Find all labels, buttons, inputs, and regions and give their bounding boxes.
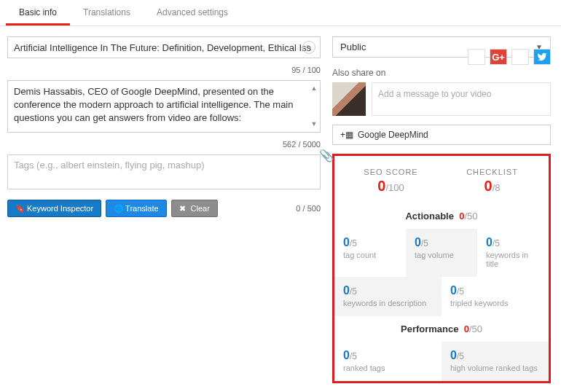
plus-icon: +▦ [340,130,353,140]
cell-hv-ranked-tags: 0/5high volume ranked tags [442,342,549,381]
tabs-bar: Basic info Translations Advanced setting… [0,0,561,26]
tab-advanced-settings[interactable]: Advanced settings [144,0,241,26]
translate-button[interactable]: 🌐 Translate [106,200,166,217]
wand-icon[interactable]: ✎ [302,41,315,54]
checklist-denom: /8 [493,182,501,193]
tag-icon: 🔖 [15,204,24,213]
tab-basic-info[interactable]: Basic info [6,0,70,26]
scroll-up-icon[interactable]: ▲ [310,84,318,93]
cell-tag-volume: 0/5tag volume [406,229,477,277]
seo-score-value: 0 [377,178,385,194]
translate-label: Translate [125,204,158,213]
add-to-playlist-button[interactable]: +▦ Google DeepMind [332,125,551,145]
title-input[interactable]: Artificial Intelligence In The Future: D… [7,36,321,58]
tags-input[interactable]: Tags (e.g., albert einstein, flying pig,… [7,154,321,189]
tags-counter: 0 / 500 [296,204,321,213]
tab-translations[interactable]: Translations [70,0,144,26]
googleplus-icon[interactable]: G+ [490,49,507,65]
description-text: Demis Hassabis, CEO of Google DeepMind, … [14,86,293,123]
share-empty-slot[interactable] [511,49,529,65]
description-counter: 562 / 5000 [7,140,321,149]
checklist-label: CHECKLIST [442,168,543,176]
twitter-icon[interactable] [533,49,551,65]
clear-button[interactable]: ✖ Clear [171,200,218,217]
globe-icon: 🌐 [114,204,122,213]
cell-tag-count: 0/5tag count [334,229,406,277]
title-counter: 95 / 100 [7,66,321,74]
actionable-header: Actionable 0/50 [334,203,549,229]
seo-score-label: SEO SCORE [340,168,442,176]
performance-header: Performance 0/50 [334,316,549,342]
keyword-inspector-button[interactable]: 🔖 Keyword Inspector [7,200,101,217]
keyword-inspector-label: Keyword Inspector [27,204,93,213]
description-input[interactable]: Demis Hassabis, CEO of Google DeepMind, … [7,80,321,133]
clear-label: Clear [191,204,210,213]
paperclip-icon[interactable]: 📎 [319,149,334,162]
avatar [332,82,366,116]
title-text: Artificial Intelligence In The Future: D… [14,42,311,53]
cell-tripled-keywords: 0/5tripled keywords [442,277,549,316]
cell-keywords-desc: 0/5keywords in description [334,277,442,316]
share-empty-slot[interactable] [468,49,485,65]
cell-ranked-tags: 0/5ranked tags [334,342,442,381]
checklist-value: 0 [484,178,493,194]
share-label: Also share on [332,68,551,78]
seo-panel: SEO SCORE 0/100 CHECKLIST 0/8 Actionable… [332,154,551,383]
x-icon: ✖ [179,204,188,213]
playlist-label: Google DeepMind [358,130,428,140]
share-message-input[interactable]: Add a message to your video [372,82,551,116]
scroll-down-icon[interactable]: ▼ [310,119,318,129]
seo-score-denom: /100 [385,182,404,193]
cell-keywords-title: 0/5keywords in title [477,229,549,277]
